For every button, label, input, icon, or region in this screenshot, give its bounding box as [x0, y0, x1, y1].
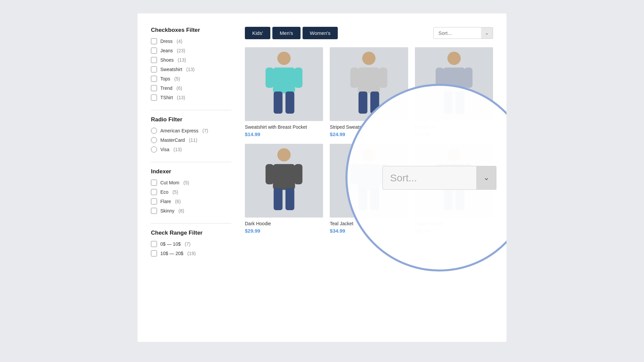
product-card[interactable]: Black Hoodie$22.99: [415, 144, 493, 234]
filter-item-count: (5): [174, 76, 180, 81]
check-range-filter-section: Check Range Filter 0$ — 10$ (7) 10$ — 20…: [151, 230, 231, 256]
svg-rect-33: [464, 164, 472, 185]
product-card[interactable]: Teal Jacket$34.99: [330, 144, 408, 234]
filter-item-label: TShirt: [160, 95, 173, 100]
radio-filter-item[interactable]: MasterCard (11): [151, 137, 231, 143]
radio-filter-title: Radio Filter: [151, 116, 231, 123]
svg-rect-16: [444, 92, 452, 114]
indexer-section: Indexer Cut Mom (5) Eco (5) Flare (6) Sk…: [151, 168, 231, 214]
svg-rect-29: [370, 188, 379, 210]
product-price: $19.99: [415, 131, 493, 137]
indexer-filter-item[interactable]: Cut Mom (5): [151, 180, 231, 186]
svg-rect-11: [370, 92, 379, 114]
checkbox-filter-item[interactable]: Shoes (13): [151, 57, 231, 63]
checkbox-input[interactable]: [151, 57, 157, 63]
filter-item-label: Visa: [160, 147, 169, 152]
main-content: Kids'Men'sWomen's Sort...Price: Low to H…: [245, 27, 493, 328]
indexer-filter-item[interactable]: Skinny (8): [151, 208, 231, 214]
product-card[interactable]: Sweatshirt with Breast Pocket$14.99: [245, 47, 323, 137]
range-checkbox-input[interactable]: [151, 241, 157, 247]
tab-womens[interactable]: Women's: [303, 27, 338, 39]
radio-filter-item[interactable]: Visa (13): [151, 146, 231, 153]
svg-rect-31: [443, 164, 465, 190]
checkbox-input[interactable]: [151, 76, 157, 82]
checkbox-input[interactable]: [151, 48, 157, 54]
filter-item-label: 0$ — 10$: [160, 241, 181, 247]
sort-select[interactable]: Sort...Price: Low to HighPrice: High to …: [433, 27, 493, 39]
checkbox-filter-item[interactable]: Tops (5): [151, 76, 231, 82]
indexer-checkbox-input[interactable]: [151, 198, 157, 204]
product-name: Dark Hoodie: [245, 221, 323, 226]
radio-filter-item[interactable]: American Express (7): [151, 128, 231, 134]
product-card[interactable]: Product 3$19.99: [415, 47, 493, 137]
svg-rect-8: [351, 68, 359, 88]
product-name: Teal Jacket: [330, 221, 408, 226]
indexer-title: Indexer: [151, 168, 231, 175]
checkbox-filter-item[interactable]: Trend (6): [151, 85, 231, 91]
svg-rect-2: [266, 68, 274, 88]
tab-kids[interactable]: Kids': [245, 27, 270, 39]
svg-rect-21: [294, 164, 302, 185]
radio-input[interactable]: [151, 128, 157, 134]
range-checkbox-input[interactable]: [151, 250, 157, 256]
checkboxes-filter-section: Checkboxes Filter Dress (4) Jeans (23) S…: [151, 27, 231, 101]
sort-dropdown-wrapper[interactable]: Sort...Price: Low to HighPrice: High to …: [433, 27, 493, 39]
svg-rect-27: [379, 164, 387, 185]
checkbox-input[interactable]: [151, 38, 157, 44]
checkbox-filter-item[interactable]: Sweatshirt (13): [151, 66, 231, 72]
indexer-checkbox-input[interactable]: [151, 189, 157, 195]
tab-mens[interactable]: Men's: [272, 27, 301, 39]
radio-input[interactable]: [151, 137, 157, 143]
indexer-filter-item[interactable]: Flare (6): [151, 198, 231, 204]
product-image: [415, 144, 493, 218]
range-filter-item[interactable]: 0$ — 10$ (7): [151, 241, 231, 247]
indexer-filter-item[interactable]: Eco (5): [151, 189, 231, 195]
radio-input[interactable]: [151, 146, 157, 153]
filter-item-count: (5): [172, 189, 178, 195]
filter-item-count: (23): [177, 48, 185, 53]
checkbox-filter-item[interactable]: Dress (4): [151, 38, 231, 44]
filter-item-label: 10$ — 20$: [160, 251, 183, 256]
svg-rect-23: [285, 188, 294, 210]
filter-item-count: (8): [178, 208, 184, 214]
checkbox-filter-item[interactable]: Jeans (23): [151, 48, 231, 54]
product-card[interactable]: Striped Sweatshirt$24.99: [330, 47, 408, 137]
svg-rect-5: [285, 92, 294, 114]
svg-point-24: [362, 148, 376, 162]
radio-filter-list: American Express (7) MasterCard (11) Vis…: [151, 128, 231, 153]
filter-item-count: (5): [183, 180, 189, 185]
filter-item-count: (11): [189, 137, 197, 143]
filter-item-label: Jeans: [160, 48, 173, 53]
product-image: [330, 47, 408, 121]
checkbox-input[interactable]: [151, 95, 157, 101]
checkbox-input[interactable]: [151, 66, 157, 72]
checkbox-input[interactable]: [151, 85, 157, 91]
svg-rect-10: [359, 92, 367, 114]
product-name: Product 3: [415, 124, 493, 130]
filter-item-count: (13): [173, 147, 182, 152]
filter-item-label: American Express: [160, 128, 199, 133]
product-image: [415, 47, 493, 121]
svg-rect-34: [444, 188, 452, 210]
filter-item-count: (6): [175, 199, 181, 204]
checkbox-filter-item[interactable]: TShirt (13): [151, 95, 231, 101]
indexer-checkbox-input[interactable]: [151, 180, 157, 186]
filter-item-count: (6): [176, 85, 182, 91]
filter-item-label: Cut Mom: [160, 180, 179, 185]
svg-rect-35: [455, 188, 464, 210]
filter-item-label: MasterCard: [160, 137, 185, 143]
indexer-checkbox-input[interactable]: [151, 208, 157, 214]
product-card[interactable]: Dark Hoodie$29.99: [245, 144, 323, 234]
svg-rect-32: [435, 164, 443, 185]
filter-item-label: Dress: [160, 39, 173, 44]
indexer-list: Cut Mom (5) Eco (5) Flare (6) Skinny (8): [151, 180, 231, 214]
svg-point-6: [362, 52, 376, 65]
filter-item-label: Shoes: [160, 57, 174, 63]
svg-rect-4: [274, 92, 282, 114]
svg-rect-25: [358, 164, 380, 190]
svg-rect-19: [273, 164, 295, 190]
filter-item-label: Tops: [160, 76, 170, 81]
range-filter-item[interactable]: 10$ — 20$ (19): [151, 250, 231, 256]
product-price: $14.99: [245, 131, 323, 137]
svg-rect-3: [294, 68, 302, 88]
